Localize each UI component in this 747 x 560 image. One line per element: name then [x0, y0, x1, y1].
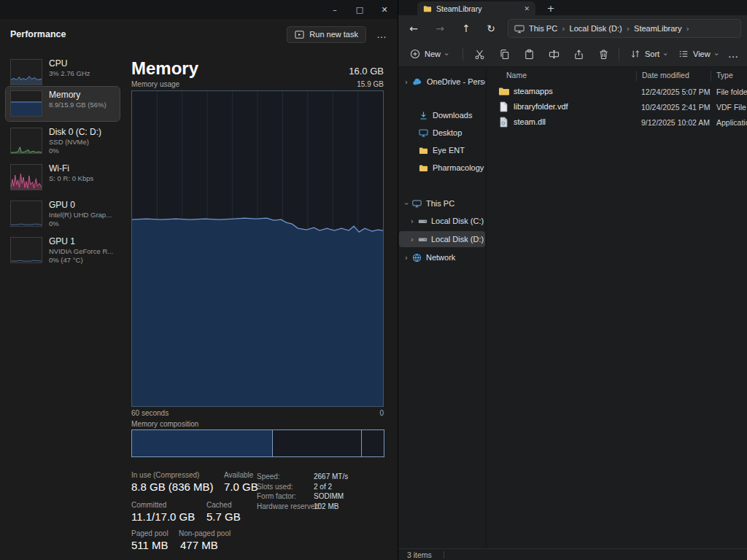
taskmanager-titlebar[interactable]: – □ ✕ — [0, 0, 398, 19]
navpane-onedrive-label: OneDrive - Persona — [427, 77, 485, 86]
disk-thumbnail-graph — [10, 128, 42, 154]
committed-value: 11.1/17.0 GB — [131, 510, 195, 523]
back-button[interactable]: ← — [404, 20, 423, 37]
new-button[interactable]: New › — [404, 44, 454, 63]
nonpaged-pool-label: Non-paged pool — [179, 529, 231, 537]
taskmanager-more-button[interactable]: … — [376, 28, 387, 40]
navpane-item-eye-ent[interactable]: Eye ENT — [399, 142, 485, 158]
see-more-button[interactable]: … — [722, 44, 744, 63]
view-button[interactable]: View › — [673, 44, 724, 63]
column-divider[interactable] — [711, 71, 711, 81]
breadcrumb-this-pc[interactable]: This PC — [529, 24, 557, 33]
drive-icon — [418, 235, 427, 244]
paste-button[interactable] — [518, 44, 540, 63]
cached-value: 5.7 GB — [206, 510, 241, 523]
column-header-name[interactable]: Name — [506, 71, 527, 79]
memory-total-capacity: 16.0 GB — [349, 66, 384, 77]
memory-usage-chart-svg — [132, 91, 383, 406]
navpane-item-local-disk-c[interactable]: › Local Disk (C:) — [399, 213, 485, 229]
tree-chevron-icon[interactable]: › — [411, 236, 414, 244]
run-new-task-label: Run new task — [309, 30, 358, 39]
sidebar-cpu-label: CPU — [49, 58, 118, 69]
navpane-item-downloads[interactable]: Downloads — [399, 107, 485, 123]
file-type: File folder — [716, 88, 747, 96]
file-row-steam-dll[interactable]: steam.dll 9/12/2025 10:02 AM Application — [487, 115, 747, 130]
up-button[interactable]: ↑ — [457, 20, 476, 37]
share-button[interactable] — [568, 44, 589, 63]
breadcrumb-local-disk-d[interactable]: Local Disk (D:) — [570, 24, 622, 33]
sidebar-wifi-label: Wi-Fi — [49, 163, 118, 174]
cached-label: Cached — [206, 501, 231, 509]
navpane-item-network[interactable]: › Network — [399, 249, 485, 265]
tab-close-icon[interactable]: ✕ — [524, 5, 530, 12]
sidebar-item-memory[interactable]: Memory 8.9/15.9 GB (56%) — [6, 87, 120, 121]
refresh-button[interactable]: ↻ — [481, 20, 500, 37]
performance-header: Performance Run new task … — [0, 19, 398, 50]
navpane-item-onedrive[interactable]: › OneDrive - Persona — [399, 74, 485, 90]
breadcrumb-steamlibrary[interactable]: SteamLibrary — [634, 24, 681, 33]
explorer-tabstrip: SteamLibrary ✕ + — [398, 0, 747, 15]
sort-button[interactable]: Sort › — [624, 44, 673, 63]
navpane-item-this-pc[interactable]: › This PC — [399, 195, 485, 211]
column-header-type[interactable]: Type — [716, 71, 733, 79]
form-factor-label: Form factor: — [257, 492, 296, 500]
column-header-date-modified[interactable]: Date modified — [642, 71, 689, 79]
chevron-down-icon: › — [712, 52, 720, 55]
explorer-tab-steamlibrary[interactable]: SteamLibrary ✕ — [417, 1, 535, 15]
breadcrumb[interactable]: This PC › Local Disk (D:) › SteamLibrary… — [508, 19, 741, 38]
pane-resizer[interactable] — [486, 67, 487, 548]
navpane-desktop-label: Desktop — [433, 128, 462, 137]
memory-composition-bar[interactable] — [131, 429, 384, 457]
sidebar-item-disk0[interactable]: Disk 0 (C: D:) SSD (NVMe) 0% — [6, 124, 120, 158]
file-row-libraryfolder-vdf[interactable]: libraryfolder.vdf 10/24/2025 2:41 PM VDF… — [487, 100, 747, 114]
delete-button[interactable] — [592, 44, 614, 63]
breadcrumb-chevron-icon[interactable]: › — [627, 24, 630, 34]
file-explorer-window: SteamLibrary ✕ + ← → ↑ ↻ This PC › Local… — [398, 0, 747, 560]
memory-usage-graph — [131, 90, 384, 407]
desktop-icon — [419, 128, 428, 138]
view-button-label: View — [693, 50, 711, 58]
forward-button[interactable]: → — [430, 20, 449, 37]
sidebar-item-wifi[interactable]: Wi-Fi S: 0 R: 0 Kbps — [6, 160, 120, 195]
copy-button[interactable] — [493, 44, 515, 63]
sidebar-item-gpu0[interactable]: GPU 0 Intel(R) UHD Grap... 0% — [6, 197, 120, 231]
tree-chevron-icon[interactable]: › — [411, 217, 414, 225]
new-tab-button[interactable]: + — [544, 1, 557, 15]
delete-icon — [598, 49, 609, 60]
rename-button[interactable] — [543, 44, 565, 63]
tree-chevron-icon[interactable]: › — [405, 78, 408, 86]
navpane-network-label: Network — [426, 253, 455, 262]
in-use-value: 8.8 GB (836 MB) — [131, 481, 214, 493]
this-pc-icon — [514, 24, 525, 34]
maximize-button[interactable]: □ — [347, 0, 372, 19]
minimize-button[interactable]: – — [322, 0, 347, 19]
tab-title: SteamLibrary — [436, 4, 481, 13]
cut-button[interactable] — [468, 44, 490, 63]
sidebar-item-gpu1[interactable]: GPU 1 NVIDIA GeForce R... 0% (47 °C) — [6, 233, 120, 268]
file-icon — [498, 101, 508, 112]
tree-chevron-icon[interactable]: › — [405, 254, 408, 262]
breadcrumb-chevron-icon[interactable]: › — [686, 24, 689, 34]
close-button[interactable]: ✕ — [372, 0, 397, 19]
sidebar-item-cpu[interactable]: CPU 3% 2.76 GHz — [6, 55, 120, 90]
navpane-item-local-disk-d[interactable]: › Local Disk (D:) — [399, 231, 485, 247]
slots-value: 2 of 2 — [314, 483, 332, 491]
column-divider[interactable] — [636, 71, 637, 81]
network-icon — [412, 253, 422, 262]
run-new-task-icon — [295, 30, 304, 39]
nonpaged-pool-value: 477 MB — [180, 539, 218, 551]
navpane-item-desktop[interactable]: Desktop — [399, 125, 485, 141]
run-new-task-button[interactable]: Run new task — [287, 26, 366, 43]
file-row-steamapps[interactable]: steamapps 12/24/2025 5:07 PM File folder — [487, 85, 747, 99]
navpane-item-pharmacology[interactable]: Pharmacology — [399, 160, 485, 176]
desktop: – □ ✕ Performance Run new task … — [0, 0, 747, 560]
breadcrumb-chevron-icon[interactable]: › — [562, 24, 565, 34]
downloads-icon — [419, 111, 428, 120]
committed-label: Committed — [131, 501, 166, 509]
memory-title-row: Memory 16.0 GB — [131, 58, 384, 79]
tree-chevron-expanded-icon[interactable]: › — [403, 202, 411, 205]
cpu-thumbnail-graph — [10, 59, 42, 85]
navpane-downloads-label: Downloads — [433, 111, 472, 120]
file-type: VDF File — [716, 103, 746, 112]
chevron-down-icon: › — [662, 52, 670, 55]
